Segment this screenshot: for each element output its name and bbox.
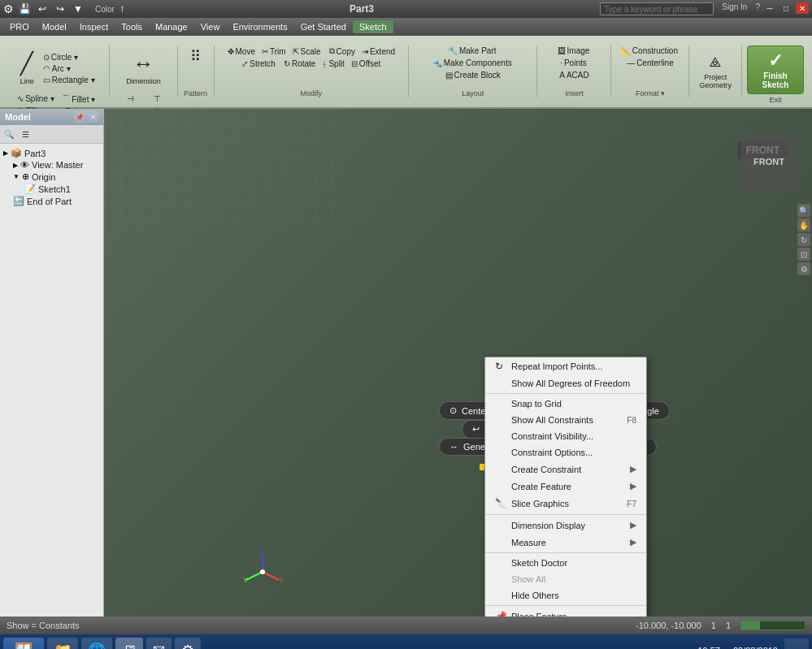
project-geometry-button[interactable]: ⟁ ProjectGeometry [694,45,736,91]
redo-button[interactable]: ↪ [53,2,67,16]
fit-tool[interactable]: ⊡ [797,248,810,261]
ctx-show-all-constraints[interactable]: Show All Constraints F8 [485,412,646,428]
maximize-button[interactable]: □ [779,2,792,14]
centerline-button[interactable]: — Centerline [624,58,676,68]
move-button[interactable]: ✥ Move [225,46,258,57]
panel-close-button[interactable]: ✕ [87,111,98,123]
menu-environments[interactable]: Environments [226,20,293,33]
image-button[interactable]: 🖼 Image [555,45,593,56]
menu-tools[interactable]: Tools [115,20,149,33]
model-filter-button[interactable]: ☰ [18,127,33,141]
spline-label: Spline ▾ [25,94,54,103]
taskbar-app-firefox[interactable]: 📁 [47,638,78,649]
menu-inspect[interactable]: Inspect [73,20,115,33]
tree-item-end-of-part[interactable]: 🔚 End of Part [2,195,102,207]
ctx-constraint-visibility[interactable]: Constraint Visibility... [485,428,646,444]
status-coords: -10.000, -10.000 [636,621,701,630]
points-button[interactable]: · Points [558,58,589,68]
offset-button[interactable]: ⊟ Offset [349,58,384,69]
finish-sketch-button[interactable]: ✓ FinishSketch [747,45,804,94]
menu-manage[interactable]: Manage [149,20,194,33]
taskbar-app-inventor[interactable]: 🖥 [115,638,143,649]
view-cube[interactable]: FRONT [740,133,797,190]
menu-pro[interactable]: PRO [3,20,36,33]
start-button[interactable]: 🪟 [3,638,44,649]
menu-view[interactable]: View [194,20,227,33]
rotate-button[interactable]: ↻ Rotate [281,58,318,69]
scale-button[interactable]: ⇱ Scale [290,46,323,57]
make-components-button[interactable]: 🔩 Make Components [430,58,515,68]
qat-extra-button[interactable]: ▼ [71,2,85,16]
panel-pin-button[interactable]: 📌 [74,111,85,123]
save-button[interactable]: 💾 [17,2,32,16]
trim-button[interactable]: ✂ Trim [259,46,289,57]
taskbar-app-settings[interactable]: ⚙ [175,638,201,649]
split-button[interactable]: ⟊ Split [319,58,346,69]
zoom-tool[interactable]: 🔍 [797,204,810,217]
menu-model[interactable]: Model [36,20,73,33]
copy-button[interactable]: ⧉ Copy [327,45,358,57]
menu-get-started[interactable]: Get Started [294,20,353,33]
viewport[interactable]: FRONT FRONT 🔍 ✋ ↻ ⊡ ⚙ ✏ Create Line ⊙ Ce… [104,109,812,617]
taskbar-app-email[interactable]: ✉ [146,638,172,649]
line-icon: ╱ [20,51,33,76]
signin-button[interactable]: Sign In [722,2,747,15]
help-button[interactable]: ? [755,2,760,15]
tree-label-sketch1: Sketch1 [38,184,71,194]
tree-item-origin[interactable]: ▼ ⊕ Origin [2,171,102,183]
colinear-button[interactable]: ⊤ [144,93,170,105]
fillet-label: Fillet ▾ [72,95,95,104]
tree-item-view-master[interactable]: ▶ 👁 View: Master [2,159,102,171]
ctx-create-constraint[interactable]: Create Constraint ▶ [485,461,646,478]
pan-tool[interactable]: ✋ [797,218,810,231]
show-desktop-button[interactable] [784,638,809,649]
coincident-button[interactable]: ⊣ [117,93,143,105]
ctx-slice-graphics[interactable]: 🔪Slice Graphics F7 [485,495,646,513]
center-point-circle-icon: ⊙ [449,405,457,416]
ctx-measure[interactable]: Measure ▶ [485,534,646,551]
dimension-button[interactable]: ↔ Dimension [121,45,166,91]
create-block-button[interactable]: ▤ Create Block [443,70,503,80]
rectangle-button[interactable]: ▭ Rectangle ▾ [41,75,98,85]
tree-icon-view: 👁 [20,160,29,170]
status-progress-fill [741,621,760,630]
axis-svg: X Y Z [242,552,283,592]
construction-button[interactable]: 📐 Construction [619,45,680,56]
settings-tool[interactable]: ⚙ [797,262,810,275]
status-right: -10.000, -10.000 1 1 [636,621,805,630]
ctx-snap-grid[interactable]: Snap to Grid [485,396,646,412]
rotate-tool[interactable]: ↻ [797,233,810,246]
model-search-button[interactable]: 🔍 [2,127,16,141]
ctx-show-all-dof[interactable]: Show All Degrees of Freedom [485,375,646,392]
arc-button[interactable]: ◠ Arc ▾ [41,63,98,74]
menu-sketch[interactable]: Sketch [353,20,393,33]
ctx-hide-others[interactable]: Hide Others [485,587,646,604]
pattern-btn[interactable]: ⠿ [183,45,209,67]
ctx-dimension-display[interactable]: Dimension Display ▶ [485,517,646,534]
ctx-place-feature[interactable]: 📌Place Feature... [485,608,646,617]
ctx-constraint-options[interactable]: Constraint Options... [485,444,646,461]
pattern-label: Pattern [184,89,207,97]
extend-button[interactable]: ⇥ Extend [359,46,397,57]
ctx-show-all[interactable]: Show All [485,571,646,587]
tree-item-sketch1[interactable]: 📝 Sketch1 [2,183,102,195]
stretch-button[interactable]: ⤢ Stretch [239,58,278,69]
title-bar: ⚙ 💾 ↩ ↪ ▼ Color f Part3 Sign In ? ─ □ ✕ [0,0,812,18]
make-part-button[interactable]: 🔧 Make Part [445,45,499,56]
spline-button[interactable]: ∿ Spline ▾ [15,93,58,104]
tree-item-part3[interactable]: ▶ 📦 Part3 [2,147,102,159]
search-input[interactable] [600,2,714,15]
fillet-button[interactable]: ⌒ Fillet ▾ [59,93,98,106]
tree-label-origin: Origin [32,172,55,182]
model-panel-header: Model 📌 ✕ [0,109,103,125]
undo-button[interactable]: ↩ [35,2,50,16]
minimize-button[interactable]: ─ [763,2,776,14]
acad-button[interactable]: A ACAD [557,70,591,80]
taskbar-app-chrome[interactable]: 🌐 [81,638,112,649]
ctx-repeat-import[interactable]: ↻Repeat Import Points... [485,357,646,375]
circle-button[interactable]: ⊙ Circle ▾ [41,52,98,63]
ctx-create-feature[interactable]: Create Feature ▶ [485,478,646,495]
close-button[interactable]: ✕ [796,2,809,14]
ctx-sketch-doctor[interactable]: Sketch Doctor [485,555,646,571]
line-button[interactable]: ╱ Line [15,45,39,91]
